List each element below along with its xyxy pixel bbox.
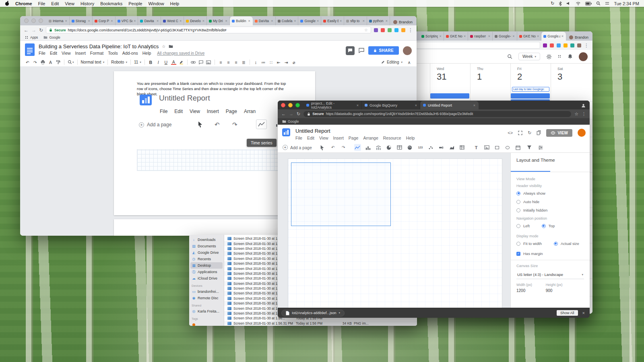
browser-menu-icon[interactable]: ⋮: [584, 43, 589, 48]
browser-tab[interactable]: DaVita ×: [253, 16, 276, 25]
bookmark-star-icon[interactable]: ☆: [574, 111, 578, 117]
address-bar[interactable]: Secure https://datastudio.google.com/rep…: [303, 111, 571, 117]
tab-close-icon[interactable]: ×: [415, 103, 417, 107]
studio-menu-item[interactable]: Page: [349, 136, 359, 140]
sidebar-item[interactable]: ▤Documents: [189, 243, 224, 249]
menu-item[interactable]: View: [65, 1, 74, 6]
align-center-icon[interactable]: ≡: [226, 60, 231, 65]
browser-menu-icon[interactable]: ⋮: [408, 27, 413, 33]
tab-close-icon[interactable]: ×: [111, 19, 113, 23]
browser-tab[interactable]: project... Edit - Iot2Analytics ×: [303, 101, 362, 109]
gear-icon[interactable]: [546, 54, 552, 60]
tab-close-icon[interactable]: ×: [561, 34, 564, 38]
add-page-button[interactable]: +Add a page: [283, 145, 312, 150]
extension-icon[interactable]: [550, 43, 554, 47]
zoom-control[interactable]: ▾: [68, 60, 74, 64]
bookmark-folder-google[interactable]: Google: [43, 35, 60, 39]
fullscreen-icon[interactable]: [518, 131, 522, 135]
insert-link-icon[interactable]: [191, 61, 196, 64]
extension-icon[interactable]: [374, 28, 378, 32]
close-downloads-bar-icon[interactable]: ×: [581, 311, 586, 315]
minimize-window-icon[interactable]: [288, 103, 293, 107]
text-color-icon[interactable]: A: [171, 60, 176, 65]
embed-code-icon[interactable]: <>: [508, 130, 513, 135]
extension-icon[interactable]: [570, 43, 574, 47]
sidebar-item[interactable]: ◉Remote Disc: [189, 295, 224, 301]
browser-tab[interactable]: Buildin ×: [230, 16, 253, 25]
extension-icon[interactable]: [394, 28, 398, 32]
star-document-icon[interactable]: ☆: [162, 44, 165, 49]
tab-close-icon[interactable]: ×: [88, 19, 90, 23]
data-studio-logo[interactable]: [282, 128, 290, 136]
window-controls[interactable]: [22, 16, 47, 25]
apple-menu-icon[interactable]: [5, 1, 9, 6]
file-row[interactable]: Screen Shot 2018-01-30 at 1.56.31 PM Tod…: [224, 321, 417, 326]
sidebar-tag-item[interactable]: [189, 321, 224, 326]
panel-tab[interactable]: [550, 166, 590, 172]
font-size-select[interactable]: 11▾: [134, 60, 141, 64]
insert-image-icon[interactable]: [206, 60, 211, 64]
battery-icon[interactable]: [585, 2, 592, 6]
tab-close-icon[interactable]: ×: [537, 34, 539, 38]
report-page[interactable]: [288, 158, 502, 308]
tab-close-icon[interactable]: ×: [202, 19, 204, 23]
user-avatar[interactable]: [403, 46, 412, 55]
reload-icon[interactable]: ↻: [39, 27, 43, 33]
menu-item[interactable]: Edit: [51, 1, 59, 6]
date-range-icon[interactable]: [515, 144, 522, 151]
menu-item[interactable]: History: [80, 1, 94, 6]
highlight-icon[interactable]: [179, 60, 184, 64]
sidebar-item[interactable]: ☁iCloud Drive: [189, 275, 224, 282]
browser-tab[interactable]: Storag ×: [70, 16, 93, 25]
back-icon[interactable]: ←: [281, 111, 286, 116]
zoom-window-icon[interactable]: [295, 103, 300, 107]
address-bar[interactable]: Secure https://docs.google.com/document/…: [46, 27, 371, 33]
browser-tab[interactable]: Google BigQuery ×: [362, 101, 420, 109]
panel-tab[interactable]: [511, 166, 550, 172]
sync-icon[interactable]: ↻: [551, 1, 554, 6]
paragraph-style-select[interactable]: Normal text▾: [81, 60, 105, 64]
bell-icon[interactable]: [568, 54, 573, 60]
chat-icon[interactable]: [359, 48, 364, 53]
extension-icon[interactable]: [388, 28, 392, 32]
extension-icon[interactable]: [381, 28, 385, 32]
calendar-event-bar[interactable]: [511, 93, 550, 99]
calendar-day[interactable]: Wed 31: [430, 67, 470, 82]
browser-tab[interactable]: sftp to ×: [344, 16, 367, 25]
sidebar-item[interactable]: ◭Google Drive: [189, 249, 224, 256]
search-icon[interactable]: [507, 54, 512, 59]
google-docs-icon[interactable]: [25, 43, 35, 58]
docs-menu-item[interactable]: Add-ons: [122, 51, 138, 56]
line-spacing-icon[interactable]: ↕: [253, 60, 258, 65]
close-window-icon[interactable]: [281, 103, 285, 107]
browser-tab[interactable]: Interna ×: [47, 16, 70, 25]
calendar-day[interactable]: Sat 3: [551, 67, 591, 82]
comment-history-icon[interactable]: [346, 46, 355, 55]
radio-option[interactable]: Initially hidden: [516, 208, 584, 212]
browser-tab[interactable]: VPC Se ×: [116, 16, 138, 25]
geo-chart-icon[interactable]: [407, 144, 413, 151]
tab-close-icon[interactable]: ×: [317, 19, 319, 23]
notification-center-icon[interactable]: [605, 1, 609, 6]
browser-tab[interactable]: My Dri ×: [207, 16, 230, 25]
redo-icon[interactable]: ↷: [33, 60, 38, 65]
browser-tab[interactable]: Untitled Report ×: [420, 101, 479, 109]
pivot-table-icon[interactable]: [459, 144, 466, 151]
browser-tab[interactable]: GKE Nod ×: [444, 32, 469, 41]
tab-close-icon[interactable]: ×: [386, 19, 388, 23]
save-status[interactable]: All changes saved in Drive: [157, 51, 204, 56]
studio-menu-item[interactable]: Help: [406, 136, 415, 140]
tab-close-icon[interactable]: ×: [464, 34, 466, 38]
combo-chart-icon[interactable]: [375, 144, 382, 151]
docs-menu-item[interactable]: Help: [142, 51, 151, 56]
calendar-allday-event[interactable]: Last day to take Googlege:: [512, 87, 549, 92]
window-controls[interactable]: [279, 101, 303, 109]
has-margin-checkbox[interactable]: ✓Has margin: [516, 251, 584, 256]
tab-close-icon[interactable]: ×: [271, 19, 273, 23]
browser-tab[interactable]: Google ×: [298, 16, 321, 25]
report-title[interactable]: Untitled Report: [295, 128, 330, 134]
downloaded-file-chip[interactable]: Iot2Analytics-a68b9ef...json ▾: [281, 310, 345, 317]
clear-formatting-icon[interactable]: ⌀: [291, 60, 297, 65]
pie-chart-icon[interactable]: [386, 144, 392, 151]
bookmark-folder-google[interactable]: Google: [282, 119, 299, 123]
